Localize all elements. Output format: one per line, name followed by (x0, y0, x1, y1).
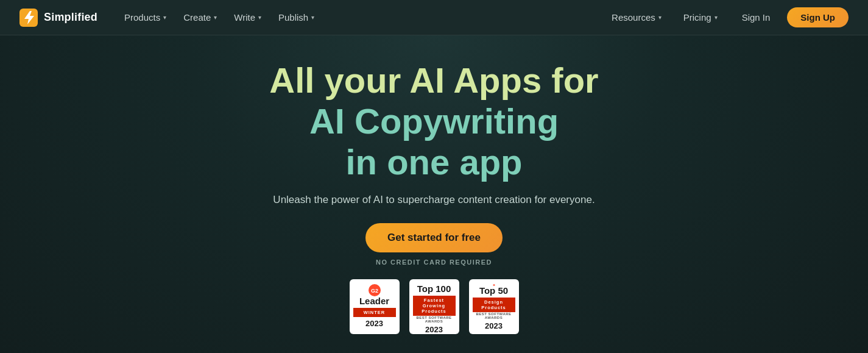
nav-items-left: Products ▾ Create ▾ Write ▾ Publish ▾ (117, 9, 322, 26)
badge-leader-year: 2023 (365, 319, 383, 328)
hero-title-line2: AI Copywriting (269, 101, 598, 142)
badge-top100: G2 Top 100 Fastest Growing Products BEST… (409, 279, 459, 334)
badge-top50-year: 2023 (485, 321, 503, 330)
badge-top50-title: Top 50 (479, 286, 508, 295)
nav-item-pricing[interactable]: Pricing ▾ (676, 9, 725, 26)
logo[interactable]: Simplified (19, 9, 97, 27)
logo-text: Simplified (44, 11, 97, 24)
cta-button[interactable]: Get started for free (365, 223, 503, 252)
hero-subtitle: Unleash the power of AI to supercharge c… (273, 194, 595, 206)
no-credit-card-text: NO CREDIT CARD REQUIRED (376, 259, 492, 266)
chevron-down-icon: ▾ (214, 14, 217, 21)
badge-top100-ribbon: Fastest Growing Products (413, 296, 456, 316)
chevron-down-icon: ▾ (258, 14, 261, 21)
badge-top50-award: BEST SOFTWARE AWARDS (473, 312, 515, 319)
nav-item-resources[interactable]: Resources ▾ (604, 9, 669, 26)
chevron-down-icon: ▾ (163, 14, 166, 21)
badge-top100-award: BEST SOFTWARE AWARDS (413, 316, 456, 323)
nav-item-create[interactable]: Create ▾ (176, 9, 224, 26)
chevron-down-icon: ▾ (311, 14, 314, 21)
hero-title-line1: All your AI Apps for (269, 60, 598, 101)
nav-item-publish[interactable]: Publish ▾ (271, 9, 322, 26)
hero-section: All your AI Apps for AI Copywriting in o… (0, 35, 868, 353)
badge-top50-ribbon: Design Products (473, 298, 515, 312)
badge-top100-year: 2023 (425, 325, 443, 334)
nav-item-products[interactable]: Products ▾ (117, 9, 174, 26)
chevron-down-icon: ▾ (658, 14, 662, 21)
navbar: Simplified Products ▾ Create ▾ Write ▾ P… (0, 0, 868, 35)
badge-leader-ribbon: WINTER (353, 308, 396, 317)
badge-leader-title: Leader (359, 296, 389, 305)
sign-up-button[interactable]: Sign Up (787, 7, 849, 27)
chevron-down-icon: ▾ (715, 14, 718, 21)
navbar-left: Simplified Products ▾ Create ▾ Write ▾ P… (19, 9, 322, 27)
g2-logo-icon: G2 (369, 284, 381, 296)
badge-top100-title: Top 100 (417, 284, 451, 293)
logo-icon (19, 9, 38, 27)
badge-top50: G2 Top 50 Design Products BEST SOFTWARE … (469, 279, 519, 334)
sign-in-button[interactable]: Sign In (732, 9, 780, 26)
badge-leader: G2 Leader WINTER 2023 (350, 279, 400, 334)
hero-title-line3: in one app (269, 142, 598, 183)
hero-title: All your AI Apps for AI Copywriting in o… (269, 60, 598, 182)
nav-item-write[interactable]: Write ▾ (227, 9, 269, 26)
svg-text:G2: G2 (370, 288, 378, 294)
navbar-right: Resources ▾ Pricing ▾ Sign In Sign Up (604, 7, 849, 27)
badges-container: G2 Leader WINTER 2023 G2 Top 100 Fastest… (350, 279, 519, 334)
